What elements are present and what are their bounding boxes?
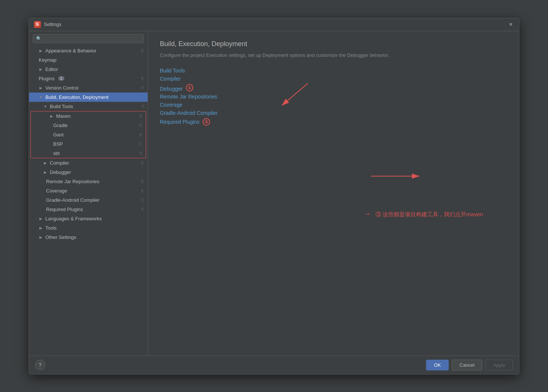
copy-icon-gradle: ⎘ bbox=[139, 123, 142, 127]
annotation-circle-1: ① bbox=[186, 84, 193, 91]
debugger-row: Debugger ① bbox=[160, 84, 217, 94]
sidebar-item-tools[interactable]: ▶ Tools bbox=[29, 223, 148, 233]
sidebar-label-sbt: sbt bbox=[53, 150, 59, 156]
sidebar-item-debugger[interactable]: ▶ Debugger bbox=[29, 168, 148, 177]
search-box[interactable]: 🔍 bbox=[33, 34, 144, 43]
link-build-tools[interactable]: Build Tools bbox=[160, 68, 217, 74]
copy-icon-compiler: ⎘ bbox=[141, 161, 144, 165]
expand-arrow-build-tools: ▼ bbox=[43, 104, 48, 108]
sidebar-label-version-control: Version Control bbox=[45, 85, 78, 91]
link-debugger[interactable]: Debugger bbox=[160, 86, 183, 92]
sidebar-label-build-tools: Build Tools bbox=[50, 104, 73, 109]
copy-icon-required-plugins: ⎘ bbox=[141, 207, 144, 211]
apply-button[interactable]: Apply bbox=[485, 360, 513, 370]
links-container: Build Tools Compiler Debugger ① Remote J… bbox=[160, 68, 217, 126]
link-required-plugins[interactable]: Required Plugins bbox=[160, 119, 200, 125]
main-content: Build, Execution, Deployment Configure t… bbox=[148, 31, 519, 356]
sidebar-label-debugger: Debugger bbox=[50, 169, 71, 175]
sidebar-label-maven: Maven bbox=[56, 113, 71, 119]
expand-arrow-build: ▼ bbox=[39, 95, 43, 99]
sidebar-label-gradle: Gradle bbox=[53, 123, 68, 128]
footer-right: OK Cancel Apply bbox=[426, 360, 513, 370]
search-input[interactable] bbox=[44, 36, 141, 41]
copy-icon-plugins: ⎘ bbox=[141, 76, 144, 81]
dialog-title: Settings bbox=[44, 22, 61, 27]
sidebar-item-build-execution[interactable]: ▼ Build, Execution, Deployment bbox=[29, 93, 148, 102]
copy-icon-appearance: ⎘ bbox=[141, 48, 144, 53]
link-gradle-android[interactable]: Gradle-Android Compiler bbox=[160, 110, 217, 116]
sidebar-label-other-settings: Other Settings bbox=[45, 234, 76, 240]
sidebar-item-compiler[interactable]: ▶ Compiler ⎘ bbox=[29, 158, 148, 168]
sidebar-item-sbt[interactable]: sbt ⎘ bbox=[31, 149, 146, 158]
sidebar-item-version-control[interactable]: ▶ Version Control ⎘ bbox=[29, 83, 148, 93]
sidebar-item-languages[interactable]: ▶ Languages & Frameworks bbox=[29, 214, 148, 223]
copy-icon-sbt: ⎘ bbox=[139, 151, 142, 155]
annotation-circle-2: ② bbox=[203, 118, 210, 126]
close-button[interactable]: × bbox=[508, 22, 514, 27]
sidebar-item-appearance[interactable]: ▶ Appearance & Behavior ⎘ bbox=[29, 46, 148, 55]
expand-arrow-version: ▶ bbox=[39, 86, 43, 90]
sidebar-item-plugins[interactable]: Plugins 1 ⎘ bbox=[29, 74, 148, 83]
plugins-badge: 1 bbox=[58, 76, 64, 81]
svg-line-3 bbox=[282, 83, 308, 106]
sidebar-item-other-settings[interactable]: ▶ Other Settings bbox=[29, 233, 148, 242]
chinese-note-text: ③ 这些都是项目构建工具，我们点开maven bbox=[375, 211, 483, 217]
dialog-footer: ? OK Cancel Apply bbox=[29, 356, 519, 374]
link-coverage[interactable]: Coverage bbox=[160, 102, 217, 108]
sidebar-item-gradle[interactable]: Gradle ⎘ bbox=[31, 121, 146, 130]
annotation-arrow-left: → bbox=[364, 210, 371, 218]
sidebar-item-gradle-android[interactable]: Gradle-Android Compiler ⎘ bbox=[29, 195, 148, 205]
sidebar-item-maven[interactable]: ▶ Maven ⎘ bbox=[31, 111, 146, 121]
annotation-arrows bbox=[278, 80, 501, 228]
sidebar-item-build-tools[interactable]: ▼ Build Tools ⎘ bbox=[29, 102, 148, 111]
build-tools-box: ▶ Maven ⎘ Gradle ⎘ Gant ⎘ BSP ⎘ bbox=[30, 111, 146, 158]
copy-icon-version: ⎘ bbox=[141, 85, 144, 90]
sidebar-label-editor: Editor bbox=[45, 67, 58, 72]
sidebar: 🔍 ▶ Appearance & Behavior ⎘ Keymap ▶ Edi… bbox=[29, 31, 148, 356]
sidebar-label-coverage: Coverage bbox=[46, 188, 67, 194]
ok-button[interactable]: OK bbox=[426, 360, 449, 370]
footer-left: ? bbox=[35, 360, 45, 370]
copy-icon-remote-jar: ⎘ bbox=[141, 179, 144, 184]
expand-arrow-appearance: ▶ bbox=[39, 49, 43, 53]
sidebar-label-languages: Languages & Frameworks bbox=[45, 216, 102, 221]
sidebar-label-build-execution: Build, Execution, Deployment bbox=[45, 94, 109, 100]
sidebar-label-compiler: Compiler bbox=[50, 160, 69, 166]
sidebar-item-coverage[interactable]: Coverage ⎘ bbox=[29, 186, 148, 195]
copy-icon-bsp: ⎘ bbox=[139, 142, 142, 146]
sidebar-label-gradle-android: Gradle-Android Compiler bbox=[46, 197, 100, 203]
app-icon: IE bbox=[34, 21, 41, 28]
sidebar-label-remote-jar: Remote Jar Repositories bbox=[46, 179, 99, 184]
expand-arrow-other: ▶ bbox=[39, 235, 43, 239]
section-title: Build, Execution, Deployment bbox=[160, 40, 507, 48]
sidebar-item-keymap[interactable]: Keymap bbox=[29, 55, 148, 65]
cancel-button[interactable]: Cancel bbox=[452, 360, 482, 370]
dialog-body: 🔍 ▶ Appearance & Behavior ⎘ Keymap ▶ Edi… bbox=[29, 31, 519, 356]
expand-arrow-tools: ▶ bbox=[39, 226, 43, 230]
link-compiler[interactable]: Compiler bbox=[160, 76, 217, 82]
sidebar-label-required-plugins: Required Plugins bbox=[46, 207, 83, 212]
expand-arrow-languages: ▶ bbox=[39, 217, 43, 221]
chinese-annotation: → ③ 这些都是项目构建工具，我们点开maven bbox=[364, 210, 483, 218]
sidebar-item-bsp[interactable]: BSP ⎘ bbox=[31, 139, 146, 149]
help-button[interactable]: ? bbox=[35, 360, 45, 370]
sidebar-label-plugins: Plugins bbox=[39, 76, 55, 81]
link-remote-jar[interactable]: Remote Jar Repositories bbox=[160, 94, 217, 100]
search-icon: 🔍 bbox=[36, 36, 42, 41]
settings-dialog: IE Settings × 🔍 ▶ Appearance & Behavior … bbox=[29, 18, 519, 375]
copy-icon-build-tools: ⎘ bbox=[142, 104, 145, 108]
sidebar-label-keymap: Keymap bbox=[39, 57, 57, 63]
expand-arrow-editor: ▶ bbox=[39, 67, 43, 71]
required-plugins-row: Required Plugins ② bbox=[160, 118, 217, 126]
copy-icon-maven: ⎘ bbox=[139, 114, 142, 118]
expand-arrow-debugger: ▶ bbox=[43, 170, 48, 174]
copy-icon-gant: ⎘ bbox=[139, 132, 142, 137]
copy-icon-gradle-android: ⎘ bbox=[141, 198, 144, 202]
title-bar: IE Settings × bbox=[29, 18, 519, 31]
sidebar-label-appearance: Appearance & Behavior bbox=[45, 48, 96, 54]
sidebar-item-editor[interactable]: ▶ Editor bbox=[29, 65, 148, 74]
sidebar-item-remote-jar[interactable]: Remote Jar Repositories ⎘ bbox=[29, 177, 148, 186]
sidebar-item-required-plugins[interactable]: Required Plugins ⎘ bbox=[29, 205, 148, 214]
sidebar-item-gant[interactable]: Gant ⎘ bbox=[31, 130, 146, 139]
copy-icon-coverage: ⎘ bbox=[141, 188, 144, 193]
